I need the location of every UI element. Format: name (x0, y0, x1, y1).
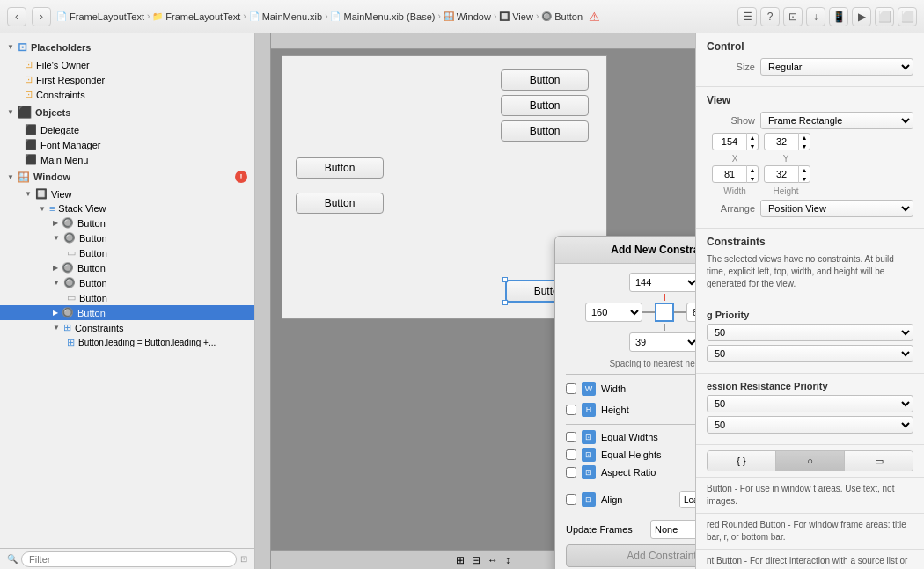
canvas-tool-3[interactable]: ↔ (488, 554, 498, 566)
sim-button-2[interactable]: Button (501, 95, 589, 116)
canvas-tool-2[interactable]: ⊟ (472, 554, 480, 566)
y-up[interactable]: ▲ (799, 133, 810, 142)
sidebar-item-delegate[interactable]: ⬛ Delegate (0, 122, 254, 137)
sidebar-item-files-owner[interactable]: ⊡ File's Owner (0, 57, 254, 72)
bottom-constraint-select[interactable]: 39 (629, 332, 695, 352)
sim-button-1[interactable]: Button (501, 69, 589, 91)
device-button[interactable]: 📱 (829, 7, 848, 26)
width-checkbox[interactable] (566, 383, 576, 394)
sidebar-item-constraint-rule[interactable]: ⊞ Button.leading = Button.leading +... (0, 335, 254, 350)
view-triangle[interactable]: ▼ (25, 190, 32, 198)
align-checkbox[interactable] (566, 494, 576, 505)
sidebar-item-constraints[interactable]: ▼ ⊞ Constraints (0, 320, 254, 335)
height-up[interactable]: ▲ (799, 165, 810, 174)
stack-triangle[interactable]: ▼ (39, 205, 46, 213)
equal-widths-row: ⊡ Equal Widths (566, 430, 695, 444)
back-button[interactable]: ‹ (7, 7, 26, 26)
sidebar-item-button-1[interactable]: ▶ 🔘 Button (0, 215, 254, 230)
sidebar-item-button-3[interactable]: ▶ 🔘 Button (0, 260, 254, 275)
equal-heights-row: ⊡ Equal Heights (566, 448, 695, 462)
sidebar-item-main-menu[interactable]: ⬛ Main Menu (0, 152, 254, 167)
breadcrumb-item[interactable]: 📄 FrameLayoutText (56, 11, 144, 22)
media-button[interactable]: ⊡ (783, 7, 803, 26)
show-row: Show Frame Rectangle (707, 112, 913, 129)
align-value-select[interactable]: Leading Edges (679, 491, 695, 508)
breadcrumb-item[interactable]: 🔲 View (499, 11, 533, 22)
sim-button-4[interactable]: Button (296, 157, 384, 179)
placeholders-triangle[interactable]: ▼ (7, 43, 14, 51)
breadcrumb-item[interactable]: 📄 MainMenu.xib (Base) (330, 11, 435, 22)
height-down[interactable]: ▼ (799, 174, 810, 183)
equal-heights-checkbox[interactable] (566, 449, 576, 460)
sidebar-item-application[interactable]: ⊡ Constraints (0, 87, 254, 102)
show-select[interactable]: Frame Rectangle (760, 112, 913, 129)
priority-select-2[interactable]: 50 (707, 345, 913, 362)
sidebar-item-button-4[interactable]: ▼ 🔘 Button (0, 275, 254, 290)
seg-btn-1[interactable]: { } (708, 451, 776, 471)
breadcrumb-item[interactable]: 🔘 Button (541, 11, 583, 22)
height-checkbox[interactable] (566, 405, 576, 415)
sidebar-item-button-2a[interactable]: ▭ Button (0, 245, 254, 260)
seg-btn-2[interactable]: ○ (776, 451, 845, 471)
resistance-select-1[interactable]: 50 (707, 395, 913, 412)
share-button[interactable]: ⬜ (875, 7, 894, 26)
canvas-tool-4[interactable]: ↕ (505, 554, 510, 566)
y-down[interactable]: ▼ (799, 142, 810, 150)
update-frames-select[interactable]: None (650, 520, 695, 539)
top-constraint-select[interactable]: 144 (629, 273, 695, 292)
height-constraint-label: Height (601, 405, 695, 415)
sidebar-item-font-manager[interactable]: ⬛ Font Manager (0, 137, 254, 152)
objects-header: ▼ ⬛ Objects (0, 102, 254, 122)
height-stepper[interactable]: ▲ ▼ (798, 165, 810, 183)
width-input[interactable] (713, 169, 746, 179)
size-select[interactable]: Regular (760, 58, 913, 76)
sidebar-item-button-4a[interactable]: ▭ Button (0, 290, 254, 305)
seg-btn-3[interactable]: ▭ (845, 451, 913, 471)
equal-widths-checkbox[interactable] (566, 432, 576, 442)
resistance-select-2[interactable]: 50 (707, 416, 913, 434)
breadcrumb-item[interactable]: 📁 FrameLayoutText (152, 11, 240, 22)
library-button[interactable]: ↓ (806, 7, 825, 26)
sidebar-item-button-selected[interactable]: ▶ 🔘 Button (0, 305, 254, 320)
breadcrumb-item[interactable]: 📄 MainMenu.xib (249, 11, 322, 22)
sim-button-3[interactable]: Button (501, 120, 589, 142)
sidebar-item-view[interactable]: ▼ 🔲 View (0, 186, 254, 201)
breadcrumb-sep: › (494, 11, 496, 21)
sim-button-5[interactable]: Button (296, 193, 384, 214)
help-button[interactable]: ? (760, 7, 780, 26)
more-button[interactable]: ⬜ (898, 7, 917, 26)
breadcrumb-item[interactable]: 🪟 Window (444, 11, 491, 22)
breadcrumb-sep: › (536, 11, 539, 21)
width-up[interactable]: ▲ (747, 165, 758, 174)
sidebar-item-stack-view[interactable]: ▼ ≡ Stack View (0, 201, 254, 215)
arrange-row: Arrange Position View (707, 200, 913, 217)
y-input[interactable] (765, 136, 798, 147)
y-stepper[interactable]: ▲ ▼ (798, 133, 810, 150)
run-button[interactable]: ▶ (852, 7, 871, 26)
inspector-toggle[interactable]: ☰ (737, 7, 757, 26)
arrange-select[interactable]: Position View (760, 200, 913, 217)
filter-input[interactable] (21, 551, 237, 567)
equal-heights-icon: ⊡ (582, 448, 596, 462)
sidebar-item-button-2[interactable]: ▼ 🔘 Button (0, 230, 254, 245)
priority-select-1[interactable]: 50 (707, 324, 913, 341)
add-constraints-button[interactable]: Add Constraints (566, 544, 695, 567)
width-stepper[interactable]: ▲ ▼ (746, 165, 758, 183)
canvas-tool-1[interactable]: ⊞ (456, 554, 465, 566)
forward-button[interactable]: › (32, 7, 51, 26)
left-constraint-select[interactable]: 160 (585, 303, 642, 322)
handle-bl (502, 300, 508, 305)
x-down[interactable]: ▼ (747, 142, 758, 150)
objects-triangle[interactable]: ▼ (7, 108, 14, 116)
width-down[interactable]: ▼ (747, 174, 758, 183)
x-input[interactable] (713, 136, 746, 147)
x-up[interactable]: ▲ (747, 133, 758, 142)
aspect-ratio-checkbox[interactable] (566, 467, 576, 478)
right-constraint-select[interactable]: 85 (686, 303, 695, 322)
height-input[interactable] (765, 169, 798, 179)
filter-search-icon: 🔍 (7, 554, 18, 564)
x-stepper[interactable]: ▲ ▼ (746, 133, 758, 150)
window-triangle[interactable]: ▼ (7, 173, 14, 181)
sidebar-item-first-responder[interactable]: ⊡ First Responder (0, 72, 254, 87)
divider-3 (566, 485, 695, 485)
